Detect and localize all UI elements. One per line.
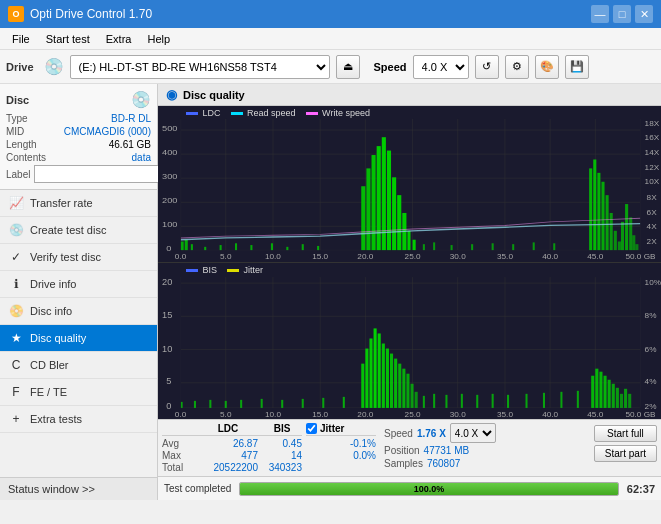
refresh-button[interactable]: ↺ <box>475 55 499 79</box>
charts-area: LDC Read speed Write speed <box>158 106 661 476</box>
svg-rect-65 <box>593 159 596 250</box>
start-part-button[interactable]: Start part <box>594 445 657 462</box>
avg-bis: 0.45 <box>262 438 302 449</box>
sidebar-item-fe-te[interactable]: F FE / TE <box>0 379 157 406</box>
sidebar-item-verify-test-disc[interactable]: ✓ Verify test disc <box>0 244 157 271</box>
sidebar-item-transfer-rate[interactable]: 📈 Transfer rate <box>0 190 157 217</box>
sidebar-item-drive-info[interactable]: ℹ Drive info <box>0 271 157 298</box>
svg-text:4X: 4X <box>647 223 657 231</box>
drive-select[interactable]: (E:) HL-DT-ST BD-RE WH16NS58 TST4 <box>70 55 330 79</box>
bis-chart: BIS Jitter 20 15 10 5 0 10% <box>158 262 661 419</box>
svg-text:40.0: 40.0 <box>542 253 558 261</box>
svg-rect-144 <box>476 395 478 408</box>
save-button[interactable]: 💾 <box>565 55 589 79</box>
progress-time: 62:37 <box>627 483 655 495</box>
color-button[interactable]: 🎨 <box>535 55 559 79</box>
svg-rect-35 <box>185 240 188 251</box>
max-jitter: 0.0% <box>306 450 376 461</box>
disc-type-label: Type <box>6 113 28 124</box>
svg-text:0: 0 <box>166 244 171 253</box>
sidebar-item-create-test-disc[interactable]: 💿 Create test disc <box>0 217 157 244</box>
disc-label-input[interactable] <box>34 165 169 183</box>
svg-rect-126 <box>361 364 364 408</box>
sidebar-item-disc-quality[interactable]: ★ Disc quality <box>0 325 157 352</box>
svg-rect-147 <box>525 394 527 408</box>
svg-text:8%: 8% <box>645 311 657 320</box>
total-label: Total <box>162 462 194 473</box>
svg-text:6%: 6% <box>645 345 657 354</box>
speed-select[interactable]: 4.0 X <box>413 55 469 79</box>
settings-button[interactable]: ⚙ <box>505 55 529 79</box>
sidebar-item-transfer-rate-label: Transfer rate <box>30 197 93 209</box>
status-window-button[interactable]: Status window >> <box>0 477 157 500</box>
svg-text:45.0: 45.0 <box>587 410 603 419</box>
extra-tests-icon: + <box>8 411 24 427</box>
svg-text:100: 100 <box>162 220 178 229</box>
sidebar-item-fe-te-label: FE / TE <box>30 386 67 398</box>
svg-text:10%: 10% <box>645 278 661 287</box>
svg-rect-55 <box>413 240 416 251</box>
start-full-button[interactable]: Start full <box>594 425 657 442</box>
ldc-legend: LDC <box>186 108 221 118</box>
ldc-chart: LDC Read speed Write speed <box>158 106 661 262</box>
svg-rect-124 <box>322 398 324 408</box>
disc-info-panel: Disc 💿 Type BD-R DL MID CMCMAGDI6 (000) … <box>0 84 157 190</box>
jitter-checkbox[interactable] <box>306 423 317 434</box>
svg-rect-72 <box>621 222 624 251</box>
disc-panel-title: Disc <box>6 94 29 106</box>
svg-rect-140 <box>423 396 425 408</box>
svg-rect-149 <box>560 392 562 408</box>
svg-rect-130 <box>378 333 381 407</box>
menu-file[interactable]: File <box>4 31 38 47</box>
disc-quality-icon: ★ <box>8 330 24 346</box>
bis-legend: BIS <box>186 265 217 275</box>
status-window-label: Status window >> <box>8 483 95 495</box>
svg-text:200: 200 <box>162 196 178 205</box>
sidebar-item-drive-info-label: Drive info <box>30 278 76 290</box>
eject-button[interactable]: ⏏ <box>336 55 360 79</box>
position-label: Position <box>384 445 420 456</box>
svg-rect-148 <box>543 393 545 408</box>
svg-text:35.0: 35.0 <box>497 253 513 261</box>
svg-rect-159 <box>624 389 627 408</box>
svg-text:14X: 14X <box>645 149 660 157</box>
max-ldc: 477 <box>198 450 258 461</box>
svg-text:10: 10 <box>162 344 172 354</box>
svg-rect-44 <box>317 246 319 250</box>
svg-text:35.0: 35.0 <box>497 410 513 419</box>
svg-rect-153 <box>599 372 602 408</box>
svg-rect-136 <box>402 369 405 408</box>
maximize-button[interactable]: □ <box>613 5 631 23</box>
svg-text:5: 5 <box>166 376 171 386</box>
menu-help[interactable]: Help <box>139 31 178 47</box>
svg-rect-50 <box>387 151 391 251</box>
svg-rect-46 <box>366 168 370 250</box>
disc-quality-header: ◉ Disc quality <box>158 84 661 106</box>
disc-length-value: 46.61 GB <box>109 139 151 150</box>
svg-rect-133 <box>390 354 393 408</box>
svg-rect-37 <box>204 247 206 251</box>
write-speed-legend: Write speed <box>306 108 370 118</box>
total-bis: 340323 <box>262 462 302 473</box>
svg-rect-40 <box>250 245 252 250</box>
sidebar-item-disc-info-label: Disc info <box>30 305 72 317</box>
menu-extra[interactable]: Extra <box>98 31 140 47</box>
disc-contents-label: Contents <box>6 152 46 163</box>
sidebar-item-disc-info[interactable]: 📀 Disc info <box>0 298 157 325</box>
samples-label: Samples <box>384 458 423 469</box>
svg-text:15: 15 <box>162 310 172 320</box>
svg-rect-132 <box>386 349 389 408</box>
close-button[interactable]: ✕ <box>635 5 653 23</box>
speed-stat-select[interactable]: 4.0 X <box>450 423 496 443</box>
speed-stat-value: 1.76 X <box>417 428 446 439</box>
svg-rect-71 <box>618 241 621 250</box>
sidebar-item-cd-bler[interactable]: C CD Bler <box>0 352 157 379</box>
menu-start-test[interactable]: Start test <box>38 31 98 47</box>
minimize-button[interactable]: — <box>591 5 609 23</box>
sidebar-item-extra-tests[interactable]: + Extra tests <box>0 406 157 433</box>
sidebar-item-cd-bler-label: CD Bler <box>30 359 69 371</box>
svg-rect-154 <box>604 376 607 408</box>
svg-text:15.0: 15.0 <box>312 253 328 261</box>
jitter-legend: Jitter <box>227 265 263 275</box>
disc-length-label: Length <box>6 139 37 150</box>
